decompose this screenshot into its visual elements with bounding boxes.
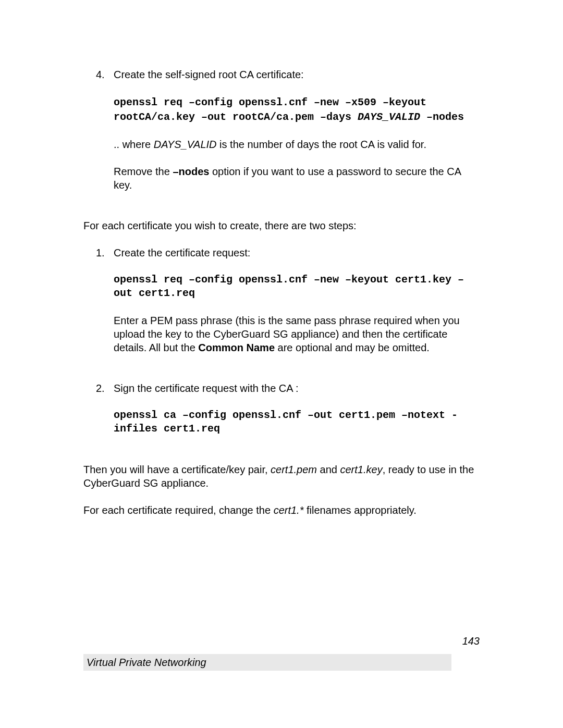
list-number: 2.: [83, 381, 114, 449]
note-paragraph: Enter a PEM pass phrase (this is the sam…: [114, 314, 480, 354]
note-line: Remove the –nodes option if you want to …: [114, 165, 480, 192]
bold-text: Common Name: [198, 342, 275, 353]
text: Remove the: [114, 166, 173, 177]
code-block: openssl ca –config openssl.cnf –out cert…: [114, 409, 480, 436]
list-body: Sign the certificate request with the CA…: [114, 381, 480, 449]
ordered-list-item-4: 4. Create the self-signed root CA certif…: [83, 68, 480, 205]
text: .. where: [114, 139, 154, 150]
list-body: Create the self-signed root CA certifica…: [114, 68, 480, 205]
list-number: 1.: [83, 246, 114, 368]
document-page: 4. Create the self-signed root CA certif…: [0, 0, 563, 728]
step-title: Sign the certificate request with the CA…: [114, 381, 480, 395]
paragraph: Then you will have a certificate/key pai…: [83, 463, 480, 490]
paragraph: For each certificate you wish to create,…: [83, 219, 480, 232]
text: is the number of days the root CA is val…: [217, 139, 426, 150]
list-number: 4.: [83, 68, 114, 205]
text: are optional and may be omitted.: [275, 342, 430, 353]
list-body: Create the certificate request: openssl …: [114, 246, 480, 368]
text: filenames appropriately.: [303, 504, 416, 516]
placeholder-italic: DAYS_VALID: [154, 139, 217, 150]
filename-italic: cert1.pem: [271, 464, 317, 475]
note-line: .. where DAYS_VALID is the number of day…: [114, 138, 480, 151]
ordered-list-item-1: 1. Create the certificate request: opens…: [83, 246, 480, 368]
filename-italic: cert1.*: [274, 504, 304, 516]
step-title: Create the self-signed root CA certifica…: [114, 68, 480, 81]
text: and: [317, 464, 340, 475]
text: For each certificate required, change th…: [83, 504, 274, 516]
code-text: –nodes: [420, 111, 464, 123]
page-footer: 143 Virtual Private Networking: [83, 634, 480, 671]
code-placeholder: DAYS_VALID: [358, 111, 420, 123]
filename-italic: cert1.key: [340, 464, 382, 475]
paragraph: For each certificate required, change th…: [83, 503, 480, 517]
ordered-list-item-2: 2. Sign the certificate request with the…: [83, 381, 480, 449]
text: Then you will have a certificate/key pai…: [83, 464, 271, 475]
code-block: openssl req –config openssl.cnf –new –ke…: [114, 273, 480, 300]
bold-option: –nodes: [173, 166, 209, 177]
step-title: Create the certificate request:: [114, 246, 480, 260]
footer-title: Virtual Private Networking: [83, 654, 451, 671]
page-number: 143: [83, 634, 480, 648]
code-block: openssl req –config openssl.cnf –new –x5…: [114, 95, 480, 124]
